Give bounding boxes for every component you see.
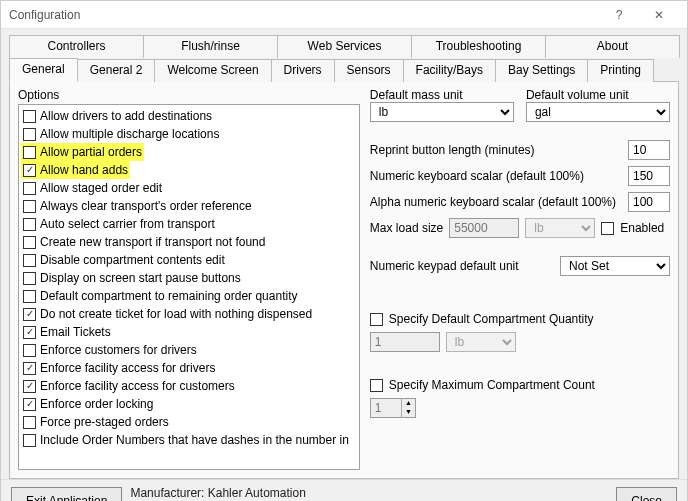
option-checkbox[interactable]: ✓	[23, 164, 36, 177]
option-row[interactable]: Auto select carrier from transport	[21, 215, 357, 233]
option-label: Always clear transport's order reference	[40, 197, 252, 215]
option-checkbox[interactable]	[23, 290, 36, 303]
help-icon[interactable]: ?	[599, 1, 639, 29]
option-label: Enforce facility access for drivers	[40, 359, 215, 377]
option-row[interactable]: Allow drivers to add destinations	[21, 107, 357, 125]
option-row[interactable]: Display on screen start pause buttons	[21, 269, 357, 287]
tab-area: ControllersFlush/rinseWeb ServicesTroubl…	[1, 29, 687, 479]
option-checkbox[interactable]: ✓	[23, 380, 36, 393]
option-label: Disable compartment contents edit	[40, 251, 225, 269]
option-checkbox[interactable]	[23, 128, 36, 141]
option-row[interactable]: ✓Email Tickets	[21, 323, 357, 341]
alphakb-input[interactable]	[628, 192, 670, 212]
reprint-input[interactable]	[628, 140, 670, 160]
option-row[interactable]: Allow partial orders	[21, 143, 144, 161]
maxcomp-spinner[interactable]: ▲▼	[370, 398, 416, 418]
option-label: Enforce facility access for customers	[40, 377, 235, 395]
reprint-label: Reprint button length (minutes)	[370, 143, 535, 157]
exit-application-button[interactable]: Exit Application	[11, 487, 122, 501]
spinner-up-icon[interactable]: ▲	[402, 399, 415, 408]
option-label: Email Tickets	[40, 323, 111, 341]
defqty-label: Specify Default Compartment Quantity	[389, 312, 594, 326]
window-title: Configuration	[9, 8, 80, 22]
tab-flush-rinse[interactable]: Flush/rinse	[143, 35, 278, 58]
option-row[interactable]: ✓Enforce order locking	[21, 395, 357, 413]
tab-bay-settings[interactable]: Bay Settings	[495, 59, 588, 82]
tab-row-1: ControllersFlush/rinseWeb ServicesTroubl…	[9, 35, 679, 58]
option-checkbox[interactable]	[23, 182, 36, 195]
tab-about[interactable]: About	[545, 35, 680, 58]
option-row[interactable]: ✓Enforce facility access for customers	[21, 377, 357, 395]
options-panel: Options Allow drivers to add destination…	[18, 88, 360, 470]
tab-general-2[interactable]: General 2	[77, 59, 156, 82]
option-checkbox[interactable]	[23, 110, 36, 123]
spinner-down-icon[interactable]: ▼	[402, 408, 415, 417]
tab-general-body: Options Allow drivers to add destination…	[9, 81, 679, 479]
tab-general[interactable]: General	[9, 58, 78, 82]
close-button[interactable]: Close	[616, 487, 677, 501]
tab-troubleshooting[interactable]: Troubleshooting	[411, 35, 546, 58]
close-icon[interactable]: ✕	[639, 1, 679, 29]
option-checkbox[interactable]	[23, 344, 36, 357]
tab-sensors[interactable]: Sensors	[334, 59, 404, 82]
option-checkbox[interactable]: ✓	[23, 326, 36, 339]
numkb-input[interactable]	[628, 166, 670, 186]
titlebar: Configuration ? ✕	[1, 1, 687, 29]
option-label: Allow partial orders	[40, 143, 142, 161]
option-label: Allow hand adds	[40, 161, 128, 179]
option-label: Display on screen start pause buttons	[40, 269, 241, 287]
option-checkbox[interactable]	[23, 200, 36, 213]
keypad-label: Numeric keypad default unit	[370, 259, 519, 273]
option-checkbox[interactable]: ✓	[23, 308, 36, 321]
maxload-enabled-checkbox[interactable]	[601, 222, 614, 235]
keypad-select[interactable]: Not Set	[560, 256, 670, 276]
options-listbox[interactable]: Allow drivers to add destinationsAllow m…	[18, 104, 360, 470]
option-checkbox[interactable]	[23, 434, 36, 447]
option-row[interactable]: Always clear transport's order reference	[21, 197, 357, 215]
option-row[interactable]: ✓Do not create ticket for load with noth…	[21, 305, 357, 323]
mass-unit-select[interactable]: lb	[370, 102, 514, 122]
maxload-input	[449, 218, 519, 238]
maxload-enabled-label: Enabled	[620, 221, 664, 235]
option-checkbox[interactable]: ✓	[23, 362, 36, 375]
option-row[interactable]: ✓Allow hand adds	[21, 161, 130, 179]
tab-web-services[interactable]: Web Services	[277, 35, 412, 58]
mass-unit-label: Default mass unit	[370, 88, 514, 102]
option-row[interactable]: Default compartment to remaining order q…	[21, 287, 357, 305]
option-row[interactable]: Disable compartment contents edit	[21, 251, 357, 269]
settings-panel: Default mass unit lb Default volume unit…	[370, 88, 670, 470]
maxcomp-checkbox[interactable]	[370, 379, 383, 392]
tab-facility-bays[interactable]: Facility/Bays	[403, 59, 496, 82]
volume-unit-label: Default volume unit	[526, 88, 670, 102]
option-checkbox[interactable]	[23, 146, 36, 159]
config-window: Configuration ? ✕ ControllersFlush/rinse…	[0, 0, 688, 501]
option-label: Allow staged order edit	[40, 179, 162, 197]
tab-printing[interactable]: Printing	[587, 59, 654, 82]
option-label: Do not create ticket for load with nothi…	[40, 305, 312, 323]
option-label: Auto select carrier from transport	[40, 215, 215, 233]
defqty-unit-select: lb	[446, 332, 516, 352]
tab-drivers[interactable]: Drivers	[271, 59, 335, 82]
option-row[interactable]: Force pre-staged orders	[21, 413, 357, 431]
option-row[interactable]: Include Order Numbers that have dashes i…	[21, 431, 357, 449]
option-checkbox[interactable]	[23, 416, 36, 429]
option-label: Enforce customers for drivers	[40, 341, 197, 359]
option-checkbox[interactable]	[23, 254, 36, 267]
tab-controllers[interactable]: Controllers	[9, 35, 144, 58]
option-row[interactable]: Enforce customers for drivers	[21, 341, 357, 359]
option-checkbox[interactable]: ✓	[23, 398, 36, 411]
defqty-input	[370, 332, 440, 352]
defqty-checkbox[interactable]	[370, 313, 383, 326]
option-checkbox[interactable]	[23, 218, 36, 231]
numkb-label: Numeric keyboard scalar (default 100%)	[370, 169, 584, 183]
footer: Exit Application Manufacturer: Kahler Au…	[1, 479, 687, 501]
tab-welcome-screen[interactable]: Welcome Screen	[154, 59, 271, 82]
option-row[interactable]: Allow multiple discharge locations	[21, 125, 357, 143]
option-row[interactable]: ✓Enforce facility access for drivers	[21, 359, 357, 377]
option-checkbox[interactable]	[23, 236, 36, 249]
volume-unit-select[interactable]: gal	[526, 102, 670, 122]
option-row[interactable]: Create new transport if transport not fo…	[21, 233, 357, 251]
maxload-unit-select: lb	[525, 218, 595, 238]
option-row[interactable]: Allow staged order edit	[21, 179, 357, 197]
option-checkbox[interactable]	[23, 272, 36, 285]
